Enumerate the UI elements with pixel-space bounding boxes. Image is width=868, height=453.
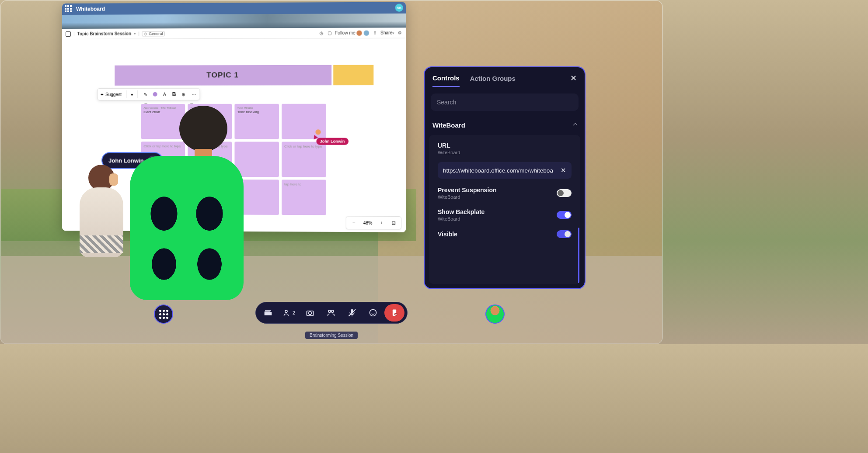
sticky-note[interactable]: Tyler MilliganLoop PM strategy xyxy=(188,104,232,139)
svg-point-0 xyxy=(285,310,287,312)
svg-point-2 xyxy=(309,312,312,315)
svg-rect-8 xyxy=(395,314,397,315)
close-icon[interactable]: ✕ xyxy=(570,73,577,87)
settings-gear-icon[interactable]: ⚙ xyxy=(397,30,402,35)
home-icon[interactable] xyxy=(66,31,71,36)
sticky-note[interactable] xyxy=(234,142,279,177)
present-icon[interactable]: ▢ xyxy=(327,30,332,35)
reactions-button[interactable] xyxy=(363,304,383,322)
participant-pill[interactable]: John Lonwin xyxy=(101,152,163,169)
sticky-note-empty[interactable]: Click or tap here to type xyxy=(188,142,232,177)
text-format-icon[interactable]: A xyxy=(161,91,167,97)
sticky-note-empty[interactable]: tap here to xyxy=(282,180,326,215)
breadcrumb-bar: | Topic Brainstorm Session ▾ | ◇ General… xyxy=(62,28,406,39)
camera-button[interactable] xyxy=(300,304,320,322)
hand-tool[interactable]: ✋ xyxy=(192,217,201,227)
topic-header[interactable]: TOPIC 1 xyxy=(115,65,331,86)
tab-controls[interactable]: Controls xyxy=(432,74,460,87)
sticky-note[interactable] xyxy=(188,180,232,215)
tab-action-groups[interactable]: Action Groups xyxy=(470,75,516,86)
zoom-in-button[interactable]: + xyxy=(376,218,387,228)
canvas-bottom-bar: ↶ ▸ ✋ ✦ − 48% + ⊡ xyxy=(62,215,406,229)
prop-prevent-suspension-label: Prevent Suspension xyxy=(438,187,497,194)
participants-button[interactable]: 2 xyxy=(279,304,299,322)
clear-input-icon[interactable]: ✕ xyxy=(561,166,566,174)
svg-point-4 xyxy=(331,310,334,312)
category-tag[interactable]: ◇ General xyxy=(142,31,165,36)
pencil-icon[interactable]: ✎ xyxy=(142,91,148,97)
controls-panel: Controls Action Groups ✕ Search WiteBoar… xyxy=(424,66,586,289)
whiteboard-titlebar: Whiteboard SK xyxy=(62,2,406,15)
sticky-note[interactable]: Tyler MilliganTime blocking xyxy=(234,104,279,139)
share-button[interactable]: Share▾ xyxy=(380,30,394,35)
board-title[interactable]: Topic Brainstorm Session xyxy=(77,31,132,36)
scrollbar[interactable] xyxy=(578,228,579,284)
prop-url-label: URL xyxy=(438,142,572,149)
timer-icon[interactable]: ◷ xyxy=(319,30,324,35)
follow-me-button[interactable]: Follow me xyxy=(335,31,356,35)
mic-mute-button[interactable] xyxy=(342,304,362,322)
topic-side-block[interactable] xyxy=(333,65,373,86)
dock-apps-button[interactable] xyxy=(154,304,173,324)
toggle-visible[interactable] xyxy=(557,230,572,238)
sticky-note[interactable]: Alex Veraste · Tyler MilliganGant chart xyxy=(141,104,185,139)
copilot-button[interactable]: ✦ xyxy=(210,217,220,227)
zoom-out-button[interactable]: − xyxy=(349,218,359,228)
chevron-down-icon[interactable]: ▾ xyxy=(134,31,136,35)
zoom-level[interactable]: 48% xyxy=(361,220,375,225)
add-icon[interactable]: ⊕ xyxy=(180,91,186,97)
sticky-notes-grid: Alex Veraste · Tyler MilliganGant chart … xyxy=(141,104,326,215)
header-banner-image xyxy=(62,14,406,29)
whiteboard-canvas[interactable]: TOPIC 1 ✦ Suggest ▾ ✎ A B ⊕ ⋯ Alex Veras… xyxy=(62,38,406,232)
prop-url-sub: WiteBoard xyxy=(438,150,572,155)
mic-muted-icon[interactable] xyxy=(148,156,158,165)
toggle-show-backplate[interactable] xyxy=(557,211,572,219)
url-field[interactable]: https://whiteboard.office.com/me/whitebo… xyxy=(438,162,572,179)
svg-point-3 xyxy=(328,310,331,312)
clapperboard-button[interactable] xyxy=(258,304,278,322)
meeting-dock: 2 xyxy=(255,302,408,324)
presence-avatar[interactable] xyxy=(356,30,363,36)
section-header-witeboard[interactable]: WiteBoard xyxy=(425,115,585,135)
app-title: Whiteboard xyxy=(76,6,105,12)
whiteboard-window: Whiteboard SK | Topic Brainstorm Session… xyxy=(62,2,406,232)
chevron-down-icon[interactable]: ▾ xyxy=(131,92,133,97)
sticky-note-empty[interactable]: Click or tap here to type xyxy=(282,142,326,177)
remote-cursor-label: John Lonwin xyxy=(316,138,348,145)
app-launcher-icon[interactable] xyxy=(65,5,73,13)
prop-show-backplate-label: Show Backplate xyxy=(438,208,485,215)
user-avatar-badge[interactable]: SK xyxy=(395,4,403,12)
prop-visible-label: Visible xyxy=(438,231,457,238)
color-picker[interactable] xyxy=(153,92,157,97)
toggle-prevent-suspension[interactable] xyxy=(557,189,572,197)
self-avatar-button[interactable] xyxy=(485,304,505,324)
people-view-button[interactable] xyxy=(321,304,341,322)
sticky-note[interactable] xyxy=(141,179,185,214)
share-icon[interactable]: ⇪ xyxy=(373,30,378,35)
session-caption: Brainstorming Session xyxy=(305,332,358,339)
undo-button[interactable]: ↶ xyxy=(162,217,171,227)
more-icon[interactable]: ⋯ xyxy=(191,91,197,97)
svg-point-5 xyxy=(370,310,376,316)
participant-name: John Lonwin xyxy=(108,157,144,164)
selection-toolbar: ✦ Suggest ▾ ✎ A B ⊕ ⋯ xyxy=(97,88,200,100)
sticky-note[interactable] xyxy=(234,180,279,215)
suggest-button[interactable]: ✦ Suggest xyxy=(100,92,122,97)
leave-button[interactable] xyxy=(384,304,404,322)
cursor-tool[interactable]: ▸ xyxy=(180,217,190,227)
search-input[interactable]: Search xyxy=(431,93,579,111)
presence-avatar[interactable] xyxy=(363,30,370,36)
chevron-up-icon xyxy=(573,123,578,128)
fit-view-button[interactable]: ⊡ xyxy=(388,218,398,228)
bold-button[interactable]: B xyxy=(172,91,176,97)
